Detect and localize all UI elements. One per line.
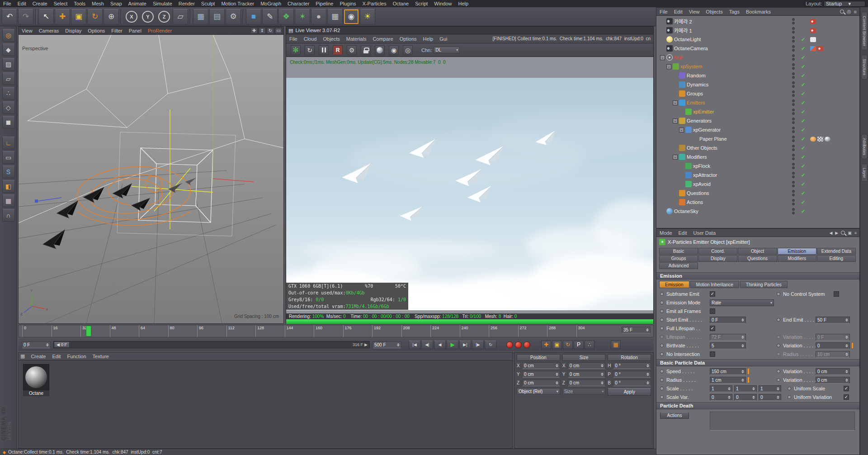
scale-x-field[interactable]: 1 — [710, 385, 732, 392]
model-mode-icon[interactable] — [2, 43, 15, 56]
tag-icon[interactable] — [825, 137, 830, 142]
undo-icon[interactable] — [2, 9, 17, 24]
expander-toggle[interactable]: - — [679, 128, 684, 133]
timeline-ruler[interactable]: 0 16 32 48 64 80 96 112 128 144 160 176 … — [18, 325, 654, 337]
keyframe-dot[interactable] — [660, 335, 664, 339]
current-frame-marker[interactable] — [86, 326, 91, 337]
menubar-item[interactable]: Window — [431, 0, 455, 7]
menubar-item[interactable]: Mesh — [89, 0, 107, 7]
enable-check[interactable]: ✓ — [801, 154, 805, 160]
tree-row[interactable]: Paper Plane ✓ — [656, 134, 859, 143]
next-frame-button[interactable] — [459, 341, 471, 349]
separator[interactable] — [35, 9, 37, 24]
scale-y-field[interactable]: 1 — [734, 385, 757, 392]
apply-button[interactable]: Apply — [608, 388, 651, 396]
object-mode-select[interactable]: Object (Rel)▾ — [517, 388, 560, 395]
start-emit-field[interactable]: 0 F — [710, 317, 746, 323]
search-icon[interactable] — [840, 9, 844, 14]
radius-field[interactable]: 1 cm — [710, 377, 746, 384]
visibility-dots[interactable] — [792, 199, 795, 205]
record-keyframe-button[interactable] — [506, 341, 513, 348]
rotate-icon[interactable] — [87, 9, 103, 24]
material-menu-item[interactable]: Texture — [90, 353, 112, 360]
keyframe-dot[interactable] — [788, 395, 791, 399]
light-tool-icon[interactable] — [360, 9, 375, 24]
simulate-sphere-icon[interactable] — [311, 9, 326, 24]
attribute-menu-item[interactable]: Edit — [675, 229, 690, 237]
menubar-item[interactable]: Character — [284, 0, 312, 7]
object-label[interactable]: Emitters — [687, 100, 705, 105]
restart-render-icon[interactable] — [291, 45, 301, 55]
size-mode-select[interactable]: Size▾ — [562, 388, 606, 395]
birthrate-field[interactable]: 5 — [710, 342, 746, 349]
keyframe-dot[interactable] — [660, 318, 664, 322]
record-scale-toggle[interactable] — [552, 341, 562, 349]
attribute-tab[interactable]: Modifiers — [778, 255, 816, 262]
object-label[interactable]: Null — [674, 55, 683, 60]
object-label[interactable]: xpAvoid — [693, 181, 711, 187]
visibility-dots[interactable] — [792, 90, 795, 97]
live-viewer-titlebar[interactable]: Live Viewer 3.07-R2 — [286, 27, 653, 34]
visibility-dots[interactable] — [792, 81, 795, 88]
enable-check[interactable]: ✓ — [801, 209, 805, 214]
scale-z-field[interactable]: 1 — [759, 385, 781, 392]
full-lifespan-checkbox[interactable]: ✓ — [710, 326, 715, 331]
visibility-dots[interactable] — [792, 54, 795, 61]
separator[interactable] — [121, 9, 122, 24]
render-result-image[interactable] — [286, 78, 653, 310]
enable-check[interactable]: ✓ — [801, 199, 805, 205]
visibility-dots[interactable] — [792, 45, 795, 52]
object-label[interactable]: OctaneLight — [674, 37, 701, 42]
tree-row[interactable]: xpFlock ✓ — [656, 161, 859, 171]
object-label[interactable]: xpEmitter — [693, 109, 714, 114]
particle-death-header[interactable]: Particle Death — [656, 402, 859, 409]
menubar-item[interactable]: Simulate — [150, 0, 175, 7]
enable-check[interactable]: ✓ — [801, 181, 805, 187]
tag-icon[interactable] — [810, 46, 816, 51]
timeline-range-slider[interactable]: ◀ 0 F 316 F ▶ — [53, 341, 370, 348]
expander-toggle[interactable]: - — [673, 100, 678, 105]
visibility-dots[interactable] — [792, 163, 795, 169]
lock-z-axis-icon[interactable] — [158, 11, 170, 23]
enable-check[interactable]: ✓ — [801, 163, 805, 169]
object-label[interactable]: Dynamics — [687, 82, 708, 87]
menubar-item[interactable]: File — [0, 0, 14, 7]
no-control-checkbox[interactable] — [834, 291, 839, 297]
keyframe-dot[interactable] — [788, 387, 791, 390]
camera-tool-icon[interactable] — [344, 9, 359, 24]
xparticles-icon[interactable] — [295, 9, 310, 24]
pick-focus-icon[interactable] — [389, 45, 399, 55]
rotate-view-icon[interactable] — [267, 28, 274, 34]
object-label[interactable]: xpSystem — [680, 64, 702, 69]
layout-select[interactable]: Startup ▾ — [824, 1, 865, 7]
tree-row[interactable]: 카메라 1 — [656, 26, 859, 35]
attribute-tab[interactable]: Basic — [659, 248, 698, 255]
next-key-button[interactable] — [472, 341, 484, 349]
history-forward-icon[interactable] — [835, 231, 838, 235]
tree-row[interactable]: - Emitters ✓ — [656, 98, 859, 107]
uniform-variation-checkbox[interactable]: ✓ — [844, 394, 849, 400]
enable-check[interactable]: ✓ — [801, 73, 805, 79]
viewport-scene[interactable]: Y X Z Perspective Grid Spacing : 100 cm — [19, 35, 283, 323]
birthrate-variation-field[interactable]: 0 — [816, 342, 850, 349]
live-viewer-menu-item[interactable]: Compare — [369, 35, 396, 43]
tree-row[interactable]: 카메라 2 — [656, 17, 859, 26]
render-settings-icon[interactable] — [226, 9, 241, 24]
scale-var-y-field[interactable]: 0 — [734, 394, 757, 401]
keyframe-dot[interactable] — [777, 370, 780, 373]
primitive-cube-icon[interactable] — [246, 9, 261, 24]
target-icon[interactable] — [847, 9, 851, 14]
object-label[interactable]: 카메라 1 — [674, 27, 692, 34]
snap-icon[interactable] — [2, 166, 15, 178]
attribute-menu-item[interactable]: Mode — [656, 229, 675, 237]
tree-row[interactable]: - Generators ✓ — [656, 116, 859, 125]
tree-row[interactable]: OctaneCamera ✓ — [656, 44, 859, 53]
emission-subtab[interactable]: Motion Inheritance — [690, 281, 739, 288]
enable-check[interactable]: ✓ — [801, 46, 805, 52]
enable-check[interactable]: ✓ — [801, 100, 805, 106]
viewport-menu-item[interactable]: Display — [62, 27, 85, 35]
keyframe-dot[interactable] — [777, 378, 780, 382]
scale-icon[interactable] — [71, 9, 86, 24]
history-back-icon[interactable] — [829, 231, 832, 235]
workplane-icon[interactable] — [173, 9, 188, 24]
